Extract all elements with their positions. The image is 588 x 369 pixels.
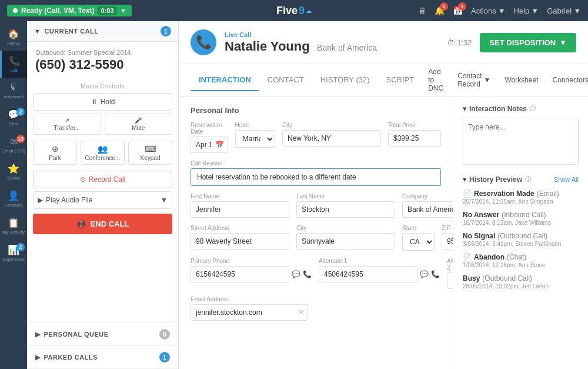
- transfer-button[interactable]: ↗ Transfer...: [33, 114, 101, 135]
- history-preview-title: ▾ History Preview ⓘ: [463, 175, 531, 184]
- mute-label: Mute: [132, 125, 145, 131]
- supervisor-badge: 2: [16, 243, 25, 251]
- tab-script[interactable]: SCRIPT: [378, 69, 423, 91]
- city2-group: City: [296, 225, 395, 251]
- notifications-btn[interactable]: 🔔 2: [435, 6, 445, 15]
- total-price-input[interactable]: [388, 130, 441, 147]
- help-label: Help: [514, 6, 530, 15]
- hotel-select[interactable]: Marriott Hotel: [235, 130, 275, 148]
- user-menu[interactable]: Gabriel ▼: [547, 6, 581, 15]
- alt1-chat-icon[interactable]: 💬: [420, 270, 429, 278]
- alt2-phone-input[interactable]: [447, 272, 453, 289]
- monitor-icon-btn[interactable]: 🖥: [418, 6, 426, 15]
- calendar-input-icon[interactable]: 📅: [215, 141, 224, 149]
- company-input[interactable]: [402, 201, 453, 218]
- parked-calls-row[interactable]: ▶ PARKED CALLS 1: [27, 346, 178, 369]
- tab-interaction[interactable]: INTERACTION: [191, 69, 259, 91]
- sidebar-item-email[interactable]: ✉ Email (173) 13: [0, 131, 27, 158]
- mute-button[interactable]: 🎤 Mute: [105, 114, 173, 135]
- tab-contact[interactable]: CONTACT: [259, 69, 312, 91]
- play-audio-button[interactable]: ▶ Play Audio File ▼: [33, 191, 172, 209]
- primary-phone-input[interactable]: [191, 266, 289, 282]
- tab-history[interactable]: HISTORY (32): [312, 69, 378, 91]
- keypad-icon: ⌨: [145, 144, 156, 154]
- alerts-btn[interactable]: 📅 1: [453, 6, 463, 15]
- right-panel: ▾ Interaction Notes ⓘ ▾ History Preview …: [453, 97, 588, 369]
- chat-history-icon: 📄: [463, 253, 472, 261]
- park-conf-keypad-row: ⊕ Park 👥 Conference... ⌨ Keypad: [33, 141, 172, 168]
- sidebar-item-voicemail[interactable]: 🎙 Voicemail: [0, 78, 27, 104]
- topbar: Ready (Call, VM, Text) 0:03 ▼ Five9☁ 🖥 🔔…: [0, 0, 588, 21]
- current-call-section: ▼ CURRENT CALL 1 Outbound: Summer Specia…: [27, 21, 178, 239]
- history-item-1-title: No Answer (Inbound Call): [463, 211, 579, 219]
- email-input[interactable]: [191, 304, 308, 321]
- personal-queue-badge: 0: [159, 329, 170, 340]
- content: 📞 Live Call Natalie Young Bank of Americ…: [179, 21, 588, 369]
- sidebar-item-social[interactable]: ⭐ Social: [0, 158, 27, 185]
- worksheet-action[interactable]: Worksheet: [499, 72, 544, 88]
- park-button[interactable]: ⊕ Park: [33, 141, 77, 165]
- status-label: Ready (Call, VM, Text): [21, 6, 94, 15]
- last-name-group: Last Name: [296, 193, 395, 218]
- zip-input[interactable]: [442, 233, 453, 250]
- hold-icon: ⏸: [91, 98, 98, 106]
- record-label: Record Call: [89, 175, 126, 184]
- contact-record-action[interactable]: Contact Record ▼: [452, 68, 496, 92]
- reservation-date-group: Reservation Date 📅: [191, 122, 228, 153]
- city2-input[interactable]: [296, 233, 395, 250]
- alt1-call-icon[interactable]: 📞: [431, 270, 440, 278]
- help-menu[interactable]: Help ▼: [514, 6, 539, 15]
- personal-queue-row[interactable]: ▶ PERSONAL QUEUE 0: [27, 323, 178, 346]
- sidebar-item-call[interactable]: 📞 Call: [0, 51, 27, 78]
- record-button[interactable]: ⊙ Record Call: [33, 171, 172, 188]
- reservation-date-wrapper: 📅: [191, 137, 228, 153]
- city-input[interactable]: [282, 130, 381, 147]
- nav-chat-label: Chat: [9, 121, 19, 127]
- history-item-1-meta: 16/7/2014, 8:13am, Jake Williams: [463, 220, 579, 226]
- email-send-icon[interactable]: ✉: [298, 308, 304, 317]
- sidebar-item-chat[interactable]: 💬 Chat 2: [0, 104, 27, 131]
- actions-menu[interactable]: Actions ▼: [471, 6, 506, 15]
- street-input[interactable]: [191, 233, 289, 250]
- sidebar-item-myactivity[interactable]: 📋 My Activity: [0, 212, 27, 240]
- current-call-header[interactable]: ▼ CURRENT CALL 1: [27, 21, 178, 42]
- keypad-label: Keypad: [141, 155, 161, 161]
- call-reason-input[interactable]: [191, 168, 441, 186]
- history-item-2: No Signal (Outbound Call) 3/06/2014, 3:4…: [463, 232, 579, 247]
- sidebar-item-supervisor[interactable]: 📊 Supervisor 2: [0, 240, 27, 267]
- connectors-action[interactable]: Connectors ▼: [547, 72, 588, 88]
- street-label: Street Address: [191, 225, 289, 231]
- personal-queue-label: PERSONAL QUEUE: [44, 331, 109, 338]
- info-icon: ⓘ: [530, 105, 536, 113]
- outbound-label: Outbound: Summer Special 2014: [35, 49, 170, 56]
- state-select[interactable]: CA: [402, 233, 435, 251]
- nav-supervisor-label: Supervisor: [2, 257, 25, 262]
- current-call-header-left: ▼ CURRENT CALL: [34, 28, 99, 35]
- status-badge[interactable]: Ready (Call, VM, Text) 0:03 ▼: [7, 5, 132, 16]
- primary-phone-chat-icon[interactable]: 💬: [292, 270, 300, 278]
- form-row-1: Reservation Date 📅 Hotel Marriott Hotel: [191, 122, 441, 153]
- sidebar-item-contacts[interactable]: 👤 Contacts: [0, 185, 27, 212]
- keypad-button[interactable]: ⌨ Keypad: [128, 141, 172, 165]
- set-disposition-button[interactable]: SET DISPOSITION ▼: [480, 33, 576, 52]
- hold-button[interactable]: ⏸ Hold: [33, 93, 172, 111]
- personal-queue-left: ▶ PERSONAL QUEUE: [35, 331, 109, 338]
- company-group: Company: [402, 193, 453, 218]
- logo: Five9☁: [276, 5, 312, 17]
- add-to-dnc-action[interactable]: Add to DNC: [422, 64, 449, 96]
- chat-badge: 2: [16, 108, 25, 116]
- show-all-link[interactable]: Show All: [554, 176, 579, 183]
- sidebar-item-home[interactable]: 🏠 Home: [0, 24, 27, 51]
- end-call-button[interactable]: 📵 END CALL: [33, 214, 172, 234]
- current-call-label: CURRENT CALL: [44, 28, 98, 35]
- interaction-notes-textarea[interactable]: [463, 118, 579, 165]
- alt1-phone-input[interactable]: [319, 266, 417, 282]
- conference-button[interactable]: 👥 Conference...: [81, 141, 125, 165]
- first-name-input[interactable]: [191, 201, 289, 218]
- status-arrow: ▼: [121, 8, 126, 14]
- first-name-label: First Name: [191, 193, 289, 200]
- last-name-input[interactable]: [296, 201, 395, 218]
- primary-phone-call-icon[interactable]: 📞: [303, 270, 312, 278]
- user-arrow: ▼: [573, 6, 581, 15]
- mute-icon: 🎤: [135, 117, 142, 124]
